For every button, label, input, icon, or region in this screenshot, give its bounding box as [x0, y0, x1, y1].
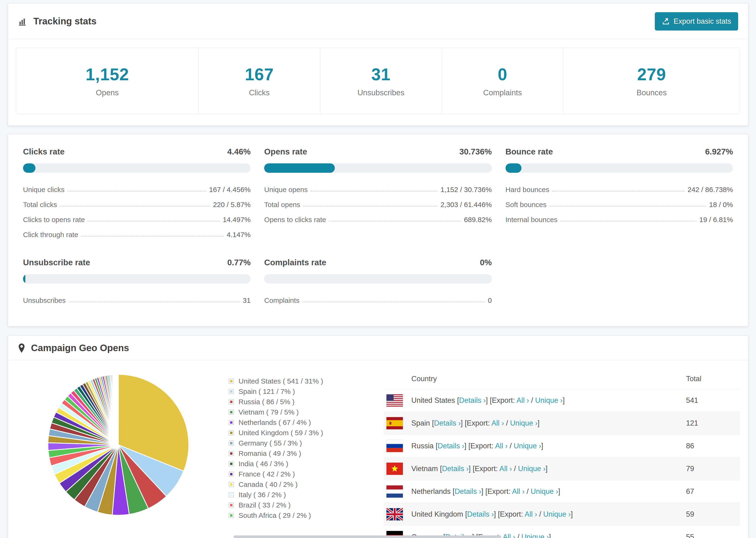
bracket: ] — [571, 510, 573, 518]
rate-detail-label: Unique opens — [264, 186, 307, 194]
details-link[interactable]: Details › — [434, 419, 461, 427]
export-unique-link[interactable]: Unique › — [521, 533, 549, 538]
legend-item[interactable]: Brazil ( 33 / 2% ) — [229, 501, 384, 509]
export-all-link[interactable]: All › — [516, 396, 529, 404]
bracket: ] [Export: — [464, 442, 495, 450]
geo-table-row: Russia [Details ›] [Export: All › / Uniq… — [384, 435, 740, 457]
stat-value: 1,152 — [85, 65, 129, 84]
pie-slice[interactable] — [118, 374, 118, 445]
pie-chart-area — [8, 360, 229, 538]
country-cell: Netherlands [Details ›] [Export: All › /… — [411, 487, 686, 496]
export-unique-link[interactable]: Unique › — [514, 442, 541, 450]
legend-item[interactable]: Netherlands ( 67 / 4% ) — [229, 418, 384, 426]
column-header-country: Country — [411, 375, 686, 383]
details-link[interactable]: Details › — [459, 396, 486, 404]
progress-bar-fill — [506, 163, 521, 173]
export-unique-link[interactable]: Unique › — [535, 396, 563, 404]
dotted-leader — [303, 206, 438, 207]
legend-item[interactable]: Spain ( 121 / 7% ) — [229, 388, 384, 396]
export-basic-stats-button[interactable]: Export basic stats — [655, 12, 738, 30]
rate-detail-row: Total clicks 220 / 5.87% — [23, 197, 250, 212]
geo-table-row: Vietnam [Details ›] [Export: All › / Uni… — [384, 457, 740, 480]
rate-detail-row: Soft bounces 18 / 0% — [506, 197, 733, 212]
rate-detail-label: Total clicks — [23, 201, 57, 209]
legend-swatch — [229, 471, 234, 477]
progress-bar-fill — [23, 274, 26, 284]
flag-es-icon — [387, 417, 403, 429]
stat-value: 31 — [371, 65, 391, 84]
rate-detail-label: Click through rate — [23, 231, 78, 239]
legend-item[interactable]: France ( 42 / 2% ) — [229, 470, 384, 478]
legend-item[interactable]: United Kingdom ( 59 / 3% ) — [229, 429, 384, 437]
export-unique-link[interactable]: Unique › — [518, 464, 545, 473]
rate-detail-label: Complaints — [264, 296, 299, 304]
legend-item[interactable]: Germany ( 55 / 3% ) — [229, 439, 384, 447]
progress-bar-track — [264, 163, 492, 173]
separator: / — [529, 396, 535, 404]
export-all-link[interactable]: All › — [512, 487, 524, 496]
legend-label: Spain ( 121 / 7% ) — [239, 388, 295, 396]
legend-item[interactable]: Vietnam ( 79 / 5% ) — [229, 408, 384, 416]
total-cell: 541 — [686, 396, 740, 405]
legend-label: Russia ( 86 / 5% ) — [239, 398, 295, 406]
export-all-link[interactable]: All › — [495, 442, 508, 450]
separator: / — [512, 464, 518, 473]
legend-swatch — [229, 461, 234, 466]
rate-panel: Clicks rate 4.46% Unique clicks 167 / 4.… — [23, 147, 250, 242]
rate-detail-row: Clicks to opens rate 14.497% — [23, 212, 250, 227]
rate-detail-label: Opens to clicks rate — [264, 216, 326, 224]
total-cell: 55 — [686, 533, 740, 538]
progress-bar-fill — [264, 163, 335, 173]
bracket: ] [Export: — [486, 396, 516, 404]
dotted-leader — [87, 221, 220, 222]
export-unique-link[interactable]: Unique › — [543, 510, 571, 518]
rate-detail-value: 14.497% — [223, 216, 250, 224]
export-all-link[interactable]: All › — [499, 464, 512, 473]
legend-item[interactable]: Canada ( 40 / 2% ) — [229, 480, 384, 488]
horizontal-scrollbar-thumb[interactable] — [234, 535, 501, 538]
rate-detail-row: Total opens 2,303 / 61.446% — [264, 197, 492, 212]
bracket: [ — [455, 396, 459, 404]
details-link[interactable]: Details › — [438, 442, 464, 450]
rate-detail-rows: Complaints 0 — [264, 293, 492, 308]
rates-row-1: Clicks rate 4.46% Unique clicks 167 / 4.… — [23, 147, 733, 242]
legend-label: United States ( 541 / 31% ) — [239, 377, 323, 385]
export-unique-link[interactable]: Unique › — [510, 419, 537, 427]
rate-panel: Complaints rate 0% Complaints 0 — [264, 258, 492, 308]
legend-swatch — [229, 451, 234, 456]
rate-detail-label: Unsubscribes — [23, 296, 66, 304]
separator: / — [504, 419, 510, 427]
legend-label: Germany ( 55 / 3% ) — [239, 439, 302, 447]
bracket: ] — [558, 487, 560, 496]
legend-item[interactable]: Italy ( 36 / 2% ) — [229, 491, 384, 499]
details-link[interactable]: Details › — [467, 510, 494, 518]
dotted-leader — [310, 191, 438, 191]
dotted-leader — [69, 301, 240, 302]
export-all-link[interactable]: All › — [503, 533, 515, 538]
details-link[interactable]: Details › — [442, 464, 469, 473]
export-unique-link[interactable]: Unique › — [531, 487, 558, 496]
rate-detail-row: Click through rate 4.147% — [23, 227, 250, 242]
export-all-link[interactable]: All › — [491, 419, 504, 427]
legend-swatch — [229, 420, 234, 425]
geo-opens-table: Country Total United States [Details ›] … — [384, 360, 740, 538]
rate-detail-row: Hard bounces 242 / 86.738% — [506, 182, 733, 197]
column-header-total: Total — [686, 375, 740, 383]
rate-panel: Opens rate 30.736% Unique opens 1,152 / … — [264, 147, 492, 242]
geo-table-row: Spain [Details ›] [Export: All › / Uniqu… — [384, 412, 740, 435]
legend-item[interactable]: Romania ( 49 / 3% ) — [229, 450, 384, 457]
bracket: ] [Export: — [494, 510, 525, 518]
legend-item[interactable]: United States ( 541 / 31% ) — [229, 377, 384, 385]
export-all-link[interactable]: All › — [524, 510, 537, 518]
total-cell: 121 — [686, 419, 740, 427]
details-link[interactable]: Details › — [455, 487, 481, 496]
legend-swatch — [229, 482, 234, 487]
legend-item[interactable]: South Africa ( 29 / 2% ) — [229, 511, 384, 519]
legend-item[interactable]: India ( 46 / 3% ) — [229, 460, 384, 468]
legend-item[interactable]: Russia ( 86 / 5% ) — [229, 398, 384, 406]
rate-detail-label: Soft bounces — [506, 201, 547, 209]
legend-label: Brazil ( 33 / 2% ) — [239, 501, 291, 509]
geo-table-row: United Kingdom [Details ›] [Export: All … — [384, 503, 740, 525]
geo-section-title: Campaign Geo Opens — [31, 343, 129, 353]
legend-swatch — [229, 409, 234, 415]
